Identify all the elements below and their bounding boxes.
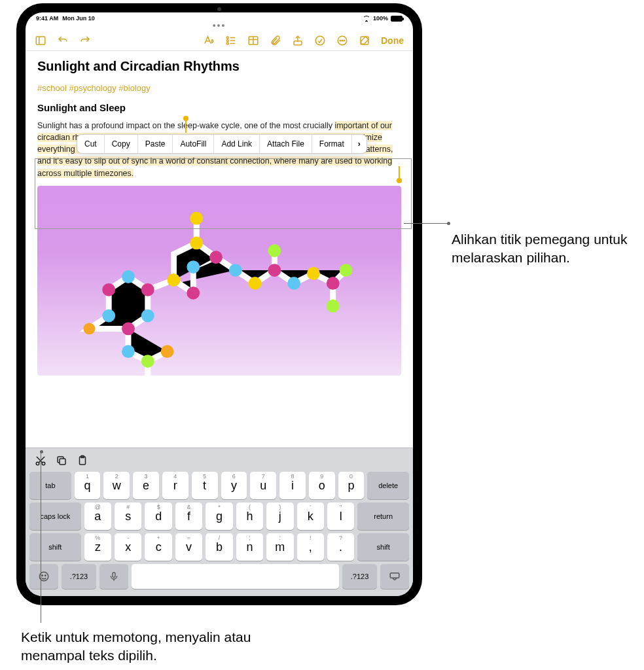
multitask-dots-icon[interactable]: ••• — [26, 23, 413, 31]
svg-point-28 — [190, 236, 203, 249]
key-z[interactable]: %z — [84, 533, 111, 561]
key-w[interactable]: 2w — [103, 472, 130, 499]
callout-line-bottom — [41, 451, 41, 623]
svg-point-36 — [327, 277, 340, 290]
redo-icon[interactable] — [79, 35, 91, 46]
svg-point-30 — [229, 264, 242, 277]
key-capslock[interactable]: caps lock — [29, 502, 81, 530]
key-period[interactable]: ?. — [327, 533, 354, 561]
key-shift-left[interactable]: shift — [29, 533, 81, 561]
key-comma[interactable]: !, — [297, 533, 324, 561]
kb-row-1: tab 1q 2w 3e 4r 5t 6y 7u 8i 9o 0p delete — [29, 472, 409, 499]
key-return[interactable]: return — [357, 502, 409, 530]
status-time: 9:41 AM — [36, 15, 58, 22]
svg-point-23 — [102, 309, 115, 322]
attach-icon[interactable] — [270, 35, 281, 46]
svg-point-25 — [187, 287, 200, 300]
key-f[interactable]: &f — [175, 502, 202, 530]
paste-icon[interactable] — [77, 455, 88, 467]
key-emoji[interactable] — [29, 564, 58, 589]
notes-toolbar: Done — [26, 31, 413, 51]
key-q[interactable]: 1q — [75, 472, 101, 499]
note-tags[interactable]: #school #psychology #biology — [37, 83, 401, 93]
kb-row-3: shift %z -x +c =v /b ;n :m !, ?. shift — [29, 533, 409, 561]
context-attachfile[interactable]: Attach File — [260, 135, 312, 153]
key-x[interactable]: -x — [115, 533, 141, 561]
key-k[interactable]: 'k — [297, 502, 324, 530]
key-h[interactable]: (h — [236, 502, 263, 530]
sidebar-icon[interactable] — [35, 35, 46, 46]
key-n[interactable]: ;n — [236, 533, 263, 561]
key-u[interactable]: 7u — [250, 472, 276, 499]
svg-point-33 — [268, 244, 281, 257]
context-cut[interactable]: Cut — [77, 135, 105, 153]
key-shift-right[interactable]: shift — [357, 533, 409, 561]
key-numbers-left[interactable]: .?123 — [62, 564, 96, 589]
key-s[interactable]: #s — [115, 502, 141, 530]
context-autofill[interactable]: AutoFill — [173, 135, 214, 153]
svg-point-18 — [102, 283, 115, 296]
key-p[interactable]: 0p — [338, 472, 365, 499]
key-g[interactable]: *g — [206, 502, 232, 530]
key-numbers-right[interactable]: .?123 — [342, 564, 377, 589]
ipad-screen: 9:41 AM Mon Jun 10 100% ••• — [26, 12, 413, 596]
svg-point-42 — [83, 323, 95, 334]
key-m[interactable]: :m — [266, 533, 293, 561]
key-delete[interactable]: delete — [367, 472, 409, 499]
key-tab[interactable]: tab — [29, 472, 71, 499]
context-more-icon[interactable]: › — [352, 135, 367, 153]
selection-end-handle[interactable] — [397, 178, 402, 183]
key-a[interactable]: @a — [84, 502, 111, 530]
svg-rect-51 — [113, 573, 115, 577]
text-format-icon[interactable] — [203, 35, 215, 46]
key-e[interactable]: 3e — [133, 472, 159, 499]
context-addlink[interactable]: Add Link — [214, 135, 260, 153]
key-dictation[interactable] — [99, 564, 128, 589]
svg-rect-53 — [390, 573, 399, 578]
key-y[interactable]: 6y — [221, 472, 247, 499]
svg-point-6 — [226, 43, 228, 44]
key-t[interactable]: 5t — [192, 472, 218, 499]
context-format[interactable]: Format — [312, 135, 352, 153]
svg-point-12 — [315, 36, 325, 45]
svg-point-4 — [226, 40, 228, 42]
key-b[interactable]: /b — [206, 533, 232, 561]
text-context-menu: Cut Copy Paste AutoFill Add Link Attach … — [77, 134, 367, 154]
markup-icon[interactable] — [314, 35, 326, 46]
svg-point-21 — [141, 309, 154, 322]
svg-point-44 — [42, 462, 45, 465]
key-hide-keyboard[interactable] — [380, 564, 409, 589]
note-title[interactable]: Sunlight and Circadian Rhythms — [37, 59, 401, 74]
svg-point-24 — [168, 273, 181, 287]
undo-icon[interactable] — [57, 35, 69, 46]
share-icon[interactable] — [292, 35, 304, 46]
svg-point-43 — [36, 462, 39, 465]
svg-rect-45 — [60, 459, 65, 465]
key-d[interactable]: $d — [145, 502, 171, 530]
key-r[interactable]: 4r — [162, 472, 188, 499]
note-subtitle[interactable]: Sunlight and Sleep — [37, 102, 401, 113]
checklist-icon[interactable] — [225, 35, 237, 46]
key-v[interactable]: =v — [175, 533, 202, 561]
key-i[interactable]: 8i — [279, 472, 306, 499]
battery-icon — [391, 16, 402, 22]
context-paste[interactable]: Paste — [138, 135, 173, 153]
compose-icon[interactable] — [359, 35, 370, 46]
table-icon[interactable] — [247, 35, 259, 46]
copy-icon[interactable] — [56, 455, 67, 467]
more-icon[interactable] — [336, 35, 348, 46]
done-button[interactable]: Done — [381, 35, 404, 46]
svg-point-29 — [190, 211, 203, 224]
selection-start-handle[interactable] — [183, 116, 188, 121]
key-j[interactable]: )j — [266, 502, 293, 530]
svg-point-50 — [45, 575, 46, 576]
key-l[interactable]: "l — [327, 502, 354, 530]
note-body[interactable]: Sunlight and Circadian Rhythms #school #… — [26, 51, 413, 383]
svg-point-16 — [344, 40, 345, 41]
context-copy[interactable]: Copy — [105, 135, 138, 153]
svg-point-27 — [209, 251, 223, 264]
svg-point-19 — [122, 270, 135, 283]
key-space[interactable] — [132, 564, 339, 589]
key-c[interactable]: +c — [145, 533, 171, 561]
key-o[interactable]: 9o — [309, 472, 335, 499]
